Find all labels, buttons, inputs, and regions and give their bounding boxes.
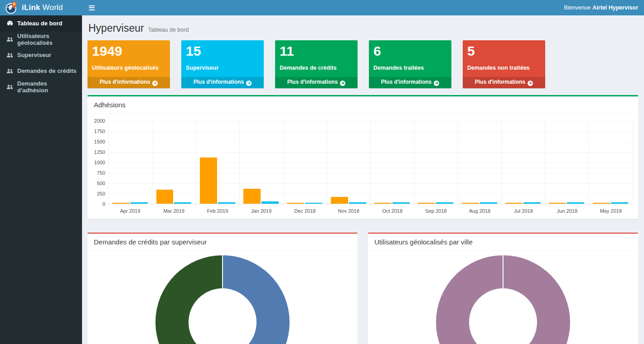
info-box-value: 6 [373,43,447,58]
users-icon [6,68,13,74]
more-info-label: Plus d'informations [194,79,244,85]
top-navbar: $ iLink World Bienvenue Airtel Hyperviso… [0,0,644,15]
y-tick-label: 1750 [94,129,105,134]
info-box-value: 15 [186,43,259,58]
users-by-city-title: Utilisateurs géolocalisés par ville [368,234,638,251]
info-box-label: Demandes de crédits [280,65,353,71]
x-axis-labels: Apr 2019Mar 2019Feb 2019Jan 2019Dec 2018… [108,208,633,214]
bar-group-mar-2019 [152,121,195,204]
arrow-circle-right-icon: ➜ [246,81,252,86]
bar-group-jun-2018 [545,121,588,204]
info-box-more-link[interactable]: Plus d'informations➜ [369,77,451,88]
arrow-circle-right-icon: ➜ [434,81,439,86]
bar [436,202,453,203]
credits-by-supervisor-title: Demandes de crédits par superviseur [87,234,358,251]
y-tick-label: 500 [97,181,105,186]
users-by-city-donut [436,255,570,344]
sidebar-toggle-button[interactable] [82,0,101,15]
x-tick-label: Jun 2018 [545,208,589,214]
page-header: Hyperviseur Tableau de bord [88,22,637,34]
bar-group-feb-2019 [196,121,239,204]
content-area: Hyperviseur Tableau de bord 1949Utilisat… [82,15,644,344]
bar-group-oct-2018 [370,121,414,204]
bar-group-apr-2019 [108,121,152,204]
users-icon [6,84,13,90]
info-box-more-link[interactable]: Plus d'informations➜ [275,77,358,88]
sidebar-item-label: Demandes de crédits [17,67,77,74]
x-tick-label: Oct 2018 [371,208,414,214]
adhesions-card-title: Adhésions [87,96,638,114]
bar [174,202,191,203]
bar [374,203,392,204]
y-tick-label: 1500 [94,139,105,144]
y-tick-label: 1000 [94,160,105,165]
bar-group-sep-2018 [414,121,457,204]
users-icon [6,53,13,58]
user-menu[interactable]: Bienvenue Airtel Hypervisor [564,0,644,15]
bar [480,202,497,203]
brand-name: iLink World [22,3,63,12]
x-tick-label: May 2018 [589,208,633,214]
info-box-more-link[interactable]: Plus d'informations➜ [181,77,264,88]
bar [505,203,523,204]
x-tick-label: Sep 2018 [414,208,458,214]
more-info-label: Plus d'informations [100,79,150,85]
welcome-prefix: Bienvenue [564,5,591,11]
info-box-superviseur: 15SuperviseurPlus d'informations➜ [181,40,264,88]
navbar-strip: Bienvenue Airtel Hypervisor [82,0,644,15]
bar [156,190,174,203]
bar [392,202,410,203]
info-box-more-link[interactable]: Plus d'informations➜ [87,77,170,88]
app-logo[interactable]: $ iLink World [0,0,82,15]
adhesions-card: Adhésions 025050075010001250150017502000… [87,95,638,219]
dashboard-icon [6,20,13,26]
info-box-row: 1949Utilisateurs géolocalisésPlus d'info… [87,40,638,88]
bar [567,202,584,203]
info-box-value: 5 [467,43,541,58]
bar-chart-plot [108,121,633,204]
info-box-more-link[interactable]: Plus d'informations➜ [463,77,545,88]
sidebar-item-superviseur[interactable]: Superviseur [0,47,82,63]
bar [418,203,435,204]
sidebar-item-utilisateurs-geolocalises[interactable]: Utilisateurs géolocalisés [0,31,82,47]
bar [305,203,322,204]
users-icon [6,37,13,42]
adhesions-chart: 025050075010001250150017502000 Apr 2019M… [87,114,638,219]
bar [287,203,304,204]
globe-pin-icon: $ [5,1,18,14]
user-name: Airtel Hypervisor [592,5,638,11]
x-tick-label: Mar 2019 [152,208,195,214]
sidebar-item-tableau-de-bord[interactable]: Tableau de bord [0,15,82,31]
y-tick-label: 0 [102,201,105,207]
x-tick-label: Apr 2019 [108,208,152,214]
y-tick-label: 1250 [94,149,105,155]
x-tick-label: Aug 2018 [458,208,501,214]
sidebar-item-label: Superviseur [17,52,51,58]
y-tick-label: 750 [97,170,105,176]
info-box-demandes-traitees: 6Demandes traitéesPlus d'informations➜ [369,40,451,88]
info-box-label: Utilisateurs géolocalisés [92,65,165,71]
arrow-circle-right-icon: ➜ [340,81,345,86]
bar-group-nov-2018 [327,121,370,204]
sidebar-item-demandes-de-credits[interactable]: Demandes de crédits [0,63,82,79]
x-tick-label: Feb 2019 [196,208,239,214]
more-info-label: Plus d'informations [381,79,432,85]
bar [611,202,628,203]
breadcrumb: Tableau de bord [148,27,189,33]
donut-hole [189,288,257,344]
x-tick-label: Jan 2019 [239,208,283,214]
info-box-label: Superviseur [186,65,259,71]
y-tick-label: 2000 [94,118,105,124]
bar-group-may-2018 [589,121,632,204]
bar-chart-bars [108,121,632,204]
x-tick-label: Nov 2018 [327,208,370,214]
bar-group-aug-2018 [458,121,501,204]
sidebar-item-label: Utilisateurs géolocalisés [17,33,78,46]
info-box-utilisateurs-geolocalises: 1949Utilisateurs géolocalisésPlus d'info… [87,40,170,88]
y-tick-label: 250 [97,191,105,196]
bar-group-jan-2019 [239,121,283,204]
info-box-label: Demandes non traitées [467,65,541,71]
page-title: Hyperviseur [88,22,144,34]
donut-cards-row: Demandes de crédits par superviseur Util… [87,226,638,344]
sidebar-item-demandes-adhesion[interactable]: Demandes d'adhésion [0,79,82,95]
